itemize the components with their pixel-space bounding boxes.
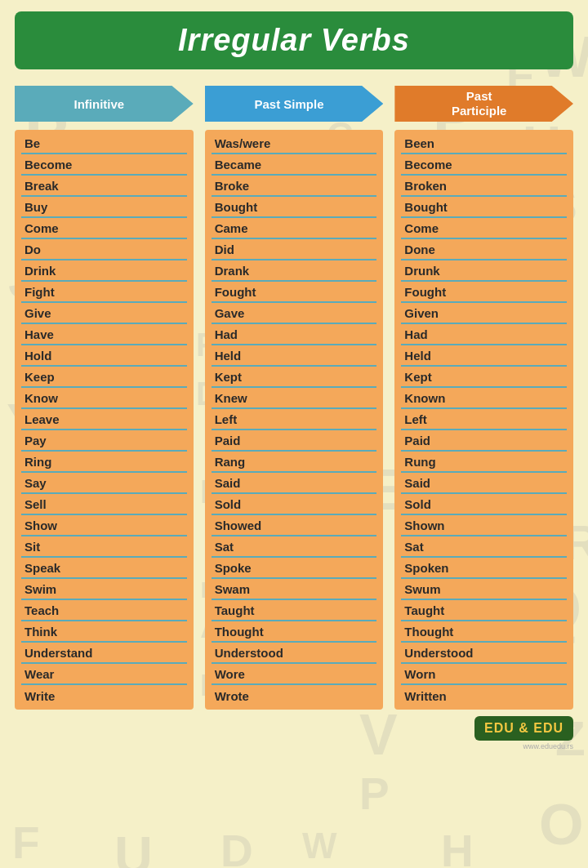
page-title: Irregular Verbs — [31, 23, 557, 58]
table-row: Knew — [212, 388, 377, 409]
table-row: Sold — [401, 494, 567, 515]
table-row: Became — [212, 154, 377, 176]
table-row: Wore — [212, 664, 377, 685]
table-row: Broken — [401, 176, 567, 197]
table-row: Had — [212, 324, 377, 345]
past-participle-column: Past Participle BeenBecomeBrokenBoughtCo… — [394, 84, 573, 710]
infinitive-column: Infinitive BeBecomeBreakBuyComeDoDrinkFi… — [15, 84, 194, 710]
table-row: Said — [401, 473, 567, 494]
table-row: Say — [21, 473, 187, 494]
table-row: Known — [401, 388, 567, 409]
table-row: Speak — [21, 558, 187, 579]
table-row: Was/were — [212, 133, 377, 154]
table-row: Come — [21, 218, 187, 239]
logo-ampersand: & — [519, 721, 529, 735]
table-row: Been — [401, 133, 567, 154]
table-row: Swum — [401, 579, 567, 600]
past-simple-header: Past Simple — [205, 84, 384, 123]
infinitive-arrow: Infinitive — [15, 86, 194, 122]
table-row: Thought — [212, 621, 377, 643]
table-row: Leave — [21, 409, 187, 430]
table-row: Done — [401, 239, 567, 260]
table-row: Left — [212, 409, 377, 430]
table-row: Have — [21, 324, 187, 345]
table-row: Sold — [212, 494, 377, 515]
logo-box: EDU & EDU — [474, 716, 573, 741]
logo-area: EDU & EDU www.eduedu.rs — [15, 716, 573, 750]
logo-text1: EDU — [484, 721, 514, 735]
table-row: Hold — [21, 345, 187, 367]
table-row: Pay — [21, 430, 187, 452]
table-row: Be — [21, 133, 187, 154]
table-row: Swim — [21, 579, 187, 600]
table-row: Shown — [401, 515, 567, 536]
table-row: Know — [21, 388, 187, 409]
table-row: Taught — [401, 600, 567, 621]
logo-text2: EDU — [533, 721, 564, 735]
table-row: Thought — [401, 621, 567, 643]
columns-wrapper: Infinitive BeBecomeBreakBuyComeDoDrinkFi… — [15, 84, 573, 710]
table-row: Think — [21, 621, 187, 643]
table-row: Sat — [401, 536, 567, 558]
table-row: Keep — [21, 367, 187, 388]
table-row: Break — [21, 176, 187, 197]
table-row: Rang — [212, 452, 377, 473]
table-row: Spoke — [212, 558, 377, 579]
table-row: Paid — [401, 430, 567, 452]
website-url: www.eduedu.rs — [474, 742, 573, 750]
table-row: Drunk — [401, 260, 567, 282]
infinitive-header: Infinitive — [15, 84, 194, 123]
table-row: Kept — [401, 367, 567, 388]
table-row: Fought — [401, 282, 567, 303]
table-row: Rung — [401, 452, 567, 473]
table-row: Sit — [21, 536, 187, 558]
table-row: Wear — [21, 664, 187, 685]
table-row: Said — [212, 473, 377, 494]
table-row: Teach — [21, 600, 187, 621]
table-row: Spoken — [401, 558, 567, 579]
table-row: Left — [401, 409, 567, 430]
table-row: Sell — [21, 494, 187, 515]
past-simple-column: Past Simple Was/wereBecameBrokeBoughtCam… — [205, 84, 384, 710]
table-row: Taught — [212, 600, 377, 621]
past-participle-header: Past Participle — [394, 84, 573, 123]
past-participle-arrow: Past Participle — [394, 86, 573, 122]
table-row: Give — [21, 303, 187, 324]
table-row: Do — [21, 239, 187, 260]
page-content: Irregular Verbs Infinitive BeBecomeBreak… — [0, 11, 588, 767]
table-row: Written — [401, 685, 567, 706]
past-simple-data: Was/wereBecameBrokeBoughtCameDidDrankFou… — [205, 130, 384, 710]
infinitive-data: BeBecomeBreakBuyComeDoDrinkFightGiveHave… — [15, 130, 194, 710]
table-row: Paid — [212, 430, 377, 452]
table-row: Swam — [212, 579, 377, 600]
table-row: Become — [401, 154, 567, 176]
table-row: Gave — [212, 303, 377, 324]
table-row: Understood — [401, 643, 567, 664]
table-row: Understood — [212, 643, 377, 664]
table-row: Had — [401, 324, 567, 345]
table-row: Drank — [212, 260, 377, 282]
table-row: Bought — [212, 197, 377, 218]
table-row: Ring — [21, 452, 187, 473]
table-row: Did — [212, 239, 377, 260]
table-row: Become — [21, 154, 187, 176]
table-row: Sat — [212, 536, 377, 558]
table-row: Kept — [212, 367, 377, 388]
table-row: Come — [401, 218, 567, 239]
table-row: Held — [212, 345, 377, 367]
table-row: Drink — [21, 260, 187, 282]
table-row: Show — [21, 515, 187, 536]
table-row: Understand — [21, 643, 187, 664]
table-row: Write — [21, 685, 187, 706]
table-row: Held — [401, 345, 567, 367]
table-row: Bought — [401, 197, 567, 218]
table-row: Came — [212, 218, 377, 239]
past-simple-arrow: Past Simple — [205, 86, 384, 122]
table-row: Worn — [401, 664, 567, 685]
table-row: Broke — [212, 176, 377, 197]
table-row: Wrote — [212, 685, 377, 706]
past-participle-data: BeenBecomeBrokenBoughtComeDoneDrunkFough… — [394, 130, 573, 710]
table-row: Showed — [212, 515, 377, 536]
table-row: Buy — [21, 197, 187, 218]
table-row: Given — [401, 303, 567, 324]
